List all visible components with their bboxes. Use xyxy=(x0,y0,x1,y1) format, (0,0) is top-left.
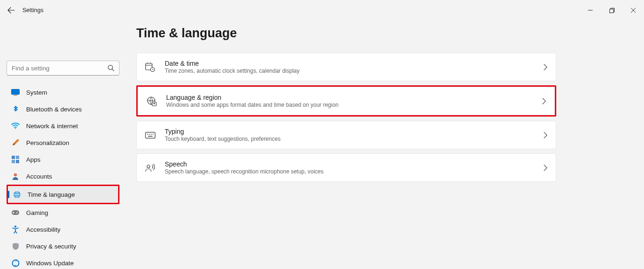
chevron-right-icon xyxy=(542,98,546,104)
svg-rect-2 xyxy=(12,90,20,95)
sidebar-item-label: Bluetooth & devices xyxy=(26,106,82,113)
apps-icon xyxy=(11,155,20,164)
card-typing-wrap: Typing Touch keyboard, text suggestions,… xyxy=(136,121,556,149)
sidebar-item-system[interactable]: System xyxy=(7,84,119,101)
svg-rect-7 xyxy=(12,160,15,163)
svg-rect-8 xyxy=(16,160,19,163)
search-input[interactable] xyxy=(7,61,119,76)
card-title: Language & region xyxy=(166,94,533,101)
sidebar-item-label: System xyxy=(26,89,47,96)
close-button[interactable] xyxy=(623,3,644,18)
maximize-button[interactable] xyxy=(601,3,623,18)
card-date-time-wrap: Date & time Time zones, automatic clock … xyxy=(136,53,556,81)
titlebar-left: Settings xyxy=(7,7,43,14)
card-title: Date & time xyxy=(165,60,534,67)
svg-rect-25 xyxy=(148,136,153,137)
paintbrush-icon xyxy=(11,138,20,147)
minimize-icon xyxy=(588,8,593,13)
card-subtitle: Touch keyboard, text suggestions, prefer… xyxy=(165,136,534,142)
sidebar-item-label: Time & language xyxy=(28,191,75,198)
body: System Bluetooth & devices Network & int… xyxy=(0,21,644,269)
calendar-clock-icon xyxy=(145,62,155,72)
sidebar-item-label: Apps xyxy=(26,156,41,163)
sidebar-item-time-language[interactable]: Time & language xyxy=(8,186,118,203)
svg-point-12 xyxy=(17,212,18,213)
svg-point-9 xyxy=(14,173,17,176)
sidebar-item-label: Privacy & security xyxy=(26,243,76,250)
card-language-region[interactable]: Language & region Windows and some apps … xyxy=(138,87,555,115)
svg-point-22 xyxy=(149,134,150,135)
bluetooth-icon xyxy=(11,105,20,113)
card-date-time[interactable]: Date & time Time zones, automatic clock … xyxy=(136,53,556,81)
sidebar-item-gaming[interactable]: Gaming xyxy=(7,204,119,221)
card-typing[interactable]: Typing Touch keyboard, text suggestions,… xyxy=(136,121,556,149)
update-icon xyxy=(11,259,20,267)
main-content: Time & language Date & time Time zones, … xyxy=(126,21,644,269)
sidebar-item-label: Windows Update xyxy=(26,260,74,267)
card-text: Date & time Time zones, automatic clock … xyxy=(165,60,534,74)
svg-point-23 xyxy=(151,134,152,135)
sidebar-item-personalization[interactable]: Personalization xyxy=(7,134,119,151)
keyboard-icon xyxy=(145,130,155,140)
card-speech[interactable]: Speech Speech language, speech recogniti… xyxy=(136,153,556,182)
sidebar-item-privacy[interactable]: Privacy & security xyxy=(7,238,119,255)
sidebar-item-apps[interactable]: Apps xyxy=(7,151,119,168)
chevron-right-icon xyxy=(544,132,547,138)
app-title: Settings xyxy=(22,7,43,14)
sidebar-item-accessibility[interactable]: Accessibility xyxy=(7,221,119,238)
shield-icon xyxy=(11,242,20,250)
svg-point-21 xyxy=(147,134,148,135)
sidebar-item-label: Accessibility xyxy=(26,226,61,233)
card-subtitle: Windows and some apps format dates and t… xyxy=(166,102,533,108)
svg-point-4 xyxy=(15,128,16,129)
sidebar-item-label: Gaming xyxy=(26,209,48,216)
sidebar-nav: System Bluetooth & devices Network & int… xyxy=(7,84,119,269)
sidebar-item-network[interactable]: Network & internet xyxy=(7,117,119,134)
arrow-left-icon xyxy=(7,7,15,14)
sidebar-item-bluetooth[interactable]: Bluetooth & devices xyxy=(7,101,119,117)
card-speech-wrap: Speech Speech language, speech recogniti… xyxy=(136,153,556,182)
person-icon xyxy=(11,172,20,180)
svg-point-1 xyxy=(108,65,112,69)
svg-point-26 xyxy=(147,165,150,168)
system-icon xyxy=(11,88,20,97)
svg-point-14 xyxy=(14,226,16,228)
sidebar-item-label: Personalization xyxy=(26,139,69,146)
minimize-button[interactable] xyxy=(580,3,601,18)
maximize-icon xyxy=(609,8,615,13)
search-container xyxy=(7,61,119,76)
svg-rect-5 xyxy=(12,156,15,159)
card-title: Speech xyxy=(165,160,534,168)
wifi-icon xyxy=(11,122,20,130)
svg-rect-0 xyxy=(609,9,613,13)
gamepad-icon xyxy=(11,208,20,217)
cards-list: Date & time Time zones, automatic clock … xyxy=(136,53,556,182)
accessibility-icon xyxy=(11,225,20,234)
close-icon xyxy=(631,8,636,13)
card-subtitle: Time zones, automatic clock settings, ca… xyxy=(165,68,534,74)
card-text: Typing Touch keyboard, text suggestions,… xyxy=(165,128,534,142)
sidebar-item-accounts[interactable]: Accounts xyxy=(7,168,119,185)
svg-rect-3 xyxy=(14,95,17,96)
search-icon xyxy=(107,64,115,72)
globe-clock-icon xyxy=(13,190,21,199)
highlight-card: Language & region Windows and some apps … xyxy=(136,85,556,117)
svg-rect-20 xyxy=(146,132,155,138)
card-text: Language & region Windows and some apps … xyxy=(166,94,533,108)
chevron-right-icon xyxy=(544,165,547,171)
card-text: Speech Speech language, speech recogniti… xyxy=(165,160,534,175)
page-title: Time & language xyxy=(136,26,625,41)
card-subtitle: Speech language, speech recognition micr… xyxy=(165,168,534,175)
titlebar: Settings xyxy=(0,0,644,21)
sidebar-item-label: Accounts xyxy=(26,173,52,180)
highlight-sidebar: Time & language xyxy=(7,185,119,204)
chevron-right-icon xyxy=(544,64,547,70)
svg-point-13 xyxy=(16,213,17,214)
svg-rect-6 xyxy=(16,156,19,159)
speech-icon xyxy=(145,163,155,173)
back-button[interactable] xyxy=(7,7,15,14)
svg-point-24 xyxy=(153,134,154,135)
card-title: Typing xyxy=(165,128,534,135)
sidebar-item-label: Network & internet xyxy=(26,123,78,130)
sidebar-item-windows-update[interactable]: Windows Update xyxy=(7,255,119,269)
